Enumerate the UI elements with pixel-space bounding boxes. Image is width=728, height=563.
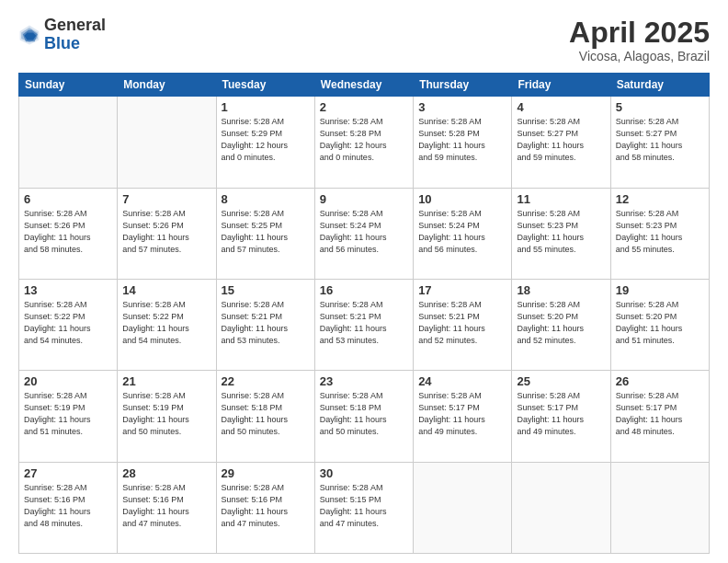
calendar-week-row: 6Sunrise: 5:28 AM Sunset: 5:26 PM Daylig… [19,188,710,279]
day-number: 25 [517,374,605,388]
table-row: 8Sunrise: 5:28 AM Sunset: 5:25 PM Daylig… [216,188,314,279]
day-number: 28 [122,466,210,480]
day-number: 30 [320,466,408,480]
day-info: Sunrise: 5:28 AM Sunset: 5:22 PM Dayligh… [24,299,112,347]
calendar-week-row: 13Sunrise: 5:28 AM Sunset: 5:22 PM Dayli… [19,279,710,370]
col-wednesday: Wednesday [314,74,413,97]
col-tuesday: Tuesday [216,74,314,97]
month-title: April 2025 [569,17,710,49]
day-number: 29 [222,466,310,480]
col-thursday: Thursday [414,74,512,97]
day-number: 14 [122,283,210,297]
day-info: Sunrise: 5:28 AM Sunset: 5:16 PM Dayligh… [222,482,310,530]
table-row: 18Sunrise: 5:28 AM Sunset: 5:20 PM Dayli… [512,279,610,370]
day-number: 10 [418,192,506,206]
table-row [610,462,709,553]
day-info: Sunrise: 5:28 AM Sunset: 5:19 PM Dayligh… [122,390,210,438]
title-block: April 2025 Vicosa, Alagoas, Brazil [569,17,710,63]
day-number: 2 [320,100,408,114]
table-row: 27Sunrise: 5:28 AM Sunset: 5:16 PM Dayli… [19,462,118,553]
table-row [414,462,512,553]
table-row: 1Sunrise: 5:28 AM Sunset: 5:29 PM Daylig… [216,97,314,188]
table-row: 24Sunrise: 5:28 AM Sunset: 5:17 PM Dayli… [414,371,512,462]
day-number: 27 [24,466,112,480]
day-number: 4 [517,100,605,114]
col-sunday: Sunday [19,74,118,97]
logo-general: General [44,17,106,35]
table-row: 19Sunrise: 5:28 AM Sunset: 5:20 PM Dayli… [610,279,709,370]
day-number: 5 [616,100,704,114]
table-row: 2Sunrise: 5:28 AM Sunset: 5:28 PM Daylig… [314,97,413,188]
table-row: 7Sunrise: 5:28 AM Sunset: 5:26 PM Daylig… [118,188,216,279]
day-info: Sunrise: 5:28 AM Sunset: 5:21 PM Dayligh… [222,299,310,347]
day-number: 12 [616,192,704,206]
day-info: Sunrise: 5:28 AM Sunset: 5:21 PM Dayligh… [320,299,408,347]
logo: General Blue [18,17,106,53]
table-row: 22Sunrise: 5:28 AM Sunset: 5:18 PM Dayli… [216,371,314,462]
day-info: Sunrise: 5:28 AM Sunset: 5:19 PM Dayligh… [24,390,112,438]
day-number: 8 [222,192,310,206]
day-info: Sunrise: 5:28 AM Sunset: 5:16 PM Dayligh… [24,482,112,530]
logo-icon [18,24,40,46]
day-info: Sunrise: 5:28 AM Sunset: 5:24 PM Dayligh… [320,208,408,256]
day-info: Sunrise: 5:28 AM Sunset: 5:18 PM Dayligh… [320,390,408,438]
day-info: Sunrise: 5:28 AM Sunset: 5:16 PM Dayligh… [122,482,210,530]
table-row: 23Sunrise: 5:28 AM Sunset: 5:18 PM Dayli… [314,371,413,462]
day-info: Sunrise: 5:28 AM Sunset: 5:20 PM Dayligh… [616,299,704,347]
day-info: Sunrise: 5:28 AM Sunset: 5:29 PM Dayligh… [222,116,310,164]
day-info: Sunrise: 5:28 AM Sunset: 5:17 PM Dayligh… [418,390,506,438]
col-monday: Monday [118,74,216,97]
col-friday: Friday [512,74,610,97]
day-info: Sunrise: 5:28 AM Sunset: 5:27 PM Dayligh… [517,116,605,164]
day-info: Sunrise: 5:28 AM Sunset: 5:25 PM Dayligh… [222,208,310,256]
table-row [118,97,216,188]
calendar-header-row: Sunday Monday Tuesday Wednesday Thursday… [19,74,710,97]
table-row: 29Sunrise: 5:28 AM Sunset: 5:16 PM Dayli… [216,462,314,553]
table-row: 30Sunrise: 5:28 AM Sunset: 5:15 PM Dayli… [314,462,413,553]
day-info: Sunrise: 5:28 AM Sunset: 5:20 PM Dayligh… [517,299,605,347]
day-number: 24 [418,374,506,388]
table-row: 9Sunrise: 5:28 AM Sunset: 5:24 PM Daylig… [314,188,413,279]
table-row [19,97,118,188]
day-number: 26 [616,374,704,388]
table-row: 20Sunrise: 5:28 AM Sunset: 5:19 PM Dayli… [19,371,118,462]
day-info: Sunrise: 5:28 AM Sunset: 5:27 PM Dayligh… [616,116,704,164]
day-number: 3 [418,100,506,114]
day-info: Sunrise: 5:28 AM Sunset: 5:17 PM Dayligh… [616,390,704,438]
day-info: Sunrise: 5:28 AM Sunset: 5:23 PM Dayligh… [616,208,704,256]
day-number: 16 [320,283,408,297]
day-info: Sunrise: 5:28 AM Sunset: 5:26 PM Dayligh… [24,208,112,256]
logo-blue: Blue [44,35,106,53]
day-info: Sunrise: 5:28 AM Sunset: 5:23 PM Dayligh… [517,208,605,256]
table-row: 26Sunrise: 5:28 AM Sunset: 5:17 PM Dayli… [610,371,709,462]
table-row: 11Sunrise: 5:28 AM Sunset: 5:23 PM Dayli… [512,188,610,279]
day-info: Sunrise: 5:28 AM Sunset: 5:28 PM Dayligh… [320,116,408,164]
day-number: 6 [24,192,112,206]
table-row: 10Sunrise: 5:28 AM Sunset: 5:24 PM Dayli… [414,188,512,279]
table-row: 4Sunrise: 5:28 AM Sunset: 5:27 PM Daylig… [512,97,610,188]
calendar-week-row: 27Sunrise: 5:28 AM Sunset: 5:16 PM Dayli… [19,462,710,553]
day-info: Sunrise: 5:28 AM Sunset: 5:18 PM Dayligh… [222,390,310,438]
day-info: Sunrise: 5:28 AM Sunset: 5:24 PM Dayligh… [418,208,506,256]
calendar-week-row: 20Sunrise: 5:28 AM Sunset: 5:19 PM Dayli… [19,371,710,462]
table-row: 3Sunrise: 5:28 AM Sunset: 5:28 PM Daylig… [414,97,512,188]
location-subtitle: Vicosa, Alagoas, Brazil [569,49,710,63]
table-row [512,462,610,553]
table-row: 13Sunrise: 5:28 AM Sunset: 5:22 PM Dayli… [19,279,118,370]
calendar-week-row: 1Sunrise: 5:28 AM Sunset: 5:29 PM Daylig… [19,97,710,188]
day-info: Sunrise: 5:28 AM Sunset: 5:28 PM Dayligh… [418,116,506,164]
day-info: Sunrise: 5:28 AM Sunset: 5:17 PM Dayligh… [517,390,605,438]
table-row: 15Sunrise: 5:28 AM Sunset: 5:21 PM Dayli… [216,279,314,370]
day-info: Sunrise: 5:28 AM Sunset: 5:22 PM Dayligh… [122,299,210,347]
day-number: 22 [222,374,310,388]
table-row: 28Sunrise: 5:28 AM Sunset: 5:16 PM Dayli… [118,462,216,553]
table-row: 21Sunrise: 5:28 AM Sunset: 5:19 PM Dayli… [118,371,216,462]
table-row: 14Sunrise: 5:28 AM Sunset: 5:22 PM Dayli… [118,279,216,370]
day-info: Sunrise: 5:28 AM Sunset: 5:15 PM Dayligh… [320,482,408,530]
day-number: 11 [517,192,605,206]
table-row: 16Sunrise: 5:28 AM Sunset: 5:21 PM Dayli… [314,279,413,370]
day-number: 1 [222,100,310,114]
day-number: 7 [122,192,210,206]
day-number: 13 [24,283,112,297]
table-row: 6Sunrise: 5:28 AM Sunset: 5:26 PM Daylig… [19,188,118,279]
